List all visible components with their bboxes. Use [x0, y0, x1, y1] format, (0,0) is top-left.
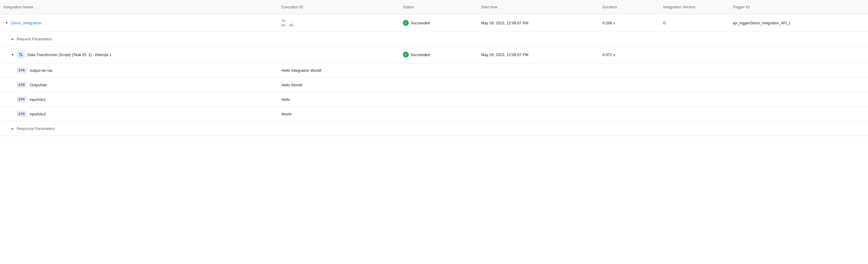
task-version-cell [660, 46, 729, 63]
str-badge-2: STR [17, 96, 27, 102]
request-params-expand-icon[interactable] [9, 36, 16, 42]
svg-rect-0 [19, 53, 21, 54]
task-name-cell: Data Transformer (Script) (Task ID: 1) -… [0, 46, 278, 63]
svg-rect-3 [21, 55, 23, 56]
data-transformer-icon [17, 51, 25, 59]
response-params-expand-icon[interactable] [9, 126, 16, 131]
main-row-expand-icon[interactable] [4, 20, 9, 26]
col-header-integration-name: Integration Name [0, 0, 278, 14]
svg-rect-2 [19, 55, 21, 56]
integration-name-cell: Demo_Integration [0, 14, 278, 32]
var-value-text-3: World [281, 112, 291, 116]
request-params-cell: Request Parameters [0, 32, 868, 46]
response-params-cell: Response Parameters [0, 121, 868, 136]
task-trigger-cell [729, 46, 868, 63]
request-params-label: Request Parameters [17, 37, 52, 41]
table-header-row: Integration Name Execution ID Status Sta… [0, 0, 868, 14]
main-integration-row: Demo_Integration 7ecd n6- ✓ Succeeded Ma… [0, 14, 868, 32]
response-params-label: Response Parameters [17, 126, 55, 131]
integration-name-link[interactable]: Demo_Integration [11, 21, 41, 25]
task-duration-cell: 0.072 s [599, 46, 660, 63]
status-cell: ✓ Succeeded [399, 14, 477, 32]
trigger-id-cell: api_trigger/Demo_Integration_API_1 [729, 14, 868, 32]
var-name-text-3: inputVar2 [30, 112, 46, 116]
col-header-duration: Duration [599, 0, 660, 14]
var-value-text-1: Hello World! [281, 83, 303, 87]
task-start-time-text: May 29, 2023, 12:09:07 PM [481, 53, 528, 57]
var-name-cell-2: STR inputVar1 [0, 92, 278, 107]
variable-row-0: STR output-str-var Hello Integration Wor… [0, 63, 868, 78]
var-value-text-2: Hello [281, 97, 290, 102]
str-badge-3: STR [17, 111, 27, 117]
duration-text: 0.288 s [602, 21, 615, 25]
col-header-integration-version: Integration Version [660, 0, 729, 14]
response-params-row: Response Parameters [0, 121, 868, 136]
task-name-text: Data Transformer (Script) (Task ID: 1) -… [27, 53, 111, 57]
trigger-id-text: api_trigger/Demo_Integration_API_1 [733, 21, 790, 25]
task-status-text: Succeeded [410, 53, 430, 57]
col-header-execution-id: Execution ID [278, 0, 399, 14]
success-checkmark-icon: ✓ [403, 20, 409, 26]
execution-id-cell: 7ecd n6- [278, 14, 399, 32]
var-name-text-1: OutputVar [30, 83, 47, 87]
variable-row-1: STR OutputVar Hello World! [0, 78, 868, 92]
var-name-cell-1: STR OutputVar [0, 78, 278, 92]
task-row-expand-icon[interactable] [9, 52, 16, 58]
var-name-cell-3: STR inputVar2 [0, 107, 278, 121]
execution-id-text: 7ecd n6- [281, 19, 294, 27]
str-badge-1: STR [17, 82, 27, 88]
variable-row-3: STR inputVar2 World [0, 107, 868, 121]
variable-row-2: STR inputVar1 Hello [0, 92, 868, 107]
task-execution-id-cell [278, 46, 399, 63]
duration-cell: 0.288 s [599, 14, 660, 32]
start-time-text: May 29, 2023, 12:09:07 PM [481, 21, 528, 25]
svg-rect-1 [21, 53, 23, 54]
integration-version-cell: 0 [660, 14, 729, 32]
integration-version-text: 0 [663, 21, 665, 25]
executions-table-container: Integration Name Execution ID Status Sta… [0, 0, 868, 136]
start-time-cell: May 29, 2023, 12:09:07 PM [477, 14, 599, 32]
col-header-trigger-id: Trigger ID [729, 0, 868, 14]
task-success-checkmark-icon: ✓ [403, 52, 409, 58]
var-value-cell-2: Hello [278, 92, 868, 107]
task-row: Data Transformer (Script) (Task ID: 1) -… [0, 46, 868, 63]
str-badge-0: STR [17, 67, 27, 73]
task-status-wrapper: ✓ Succeeded [403, 52, 430, 58]
var-name-text-0: output-str-var [30, 68, 53, 73]
task-start-time-cell: May 29, 2023, 12:09:07 PM [477, 46, 599, 63]
var-value-cell-1: Hello World! [278, 78, 868, 92]
status-succeeded-wrapper: ✓ Succeeded [403, 20, 430, 26]
var-value-text-0: Hello Integration World! [281, 68, 322, 73]
request-params-row: Request Parameters [0, 32, 868, 46]
task-status-cell: ✓ Succeeded [399, 46, 477, 63]
var-value-cell-0: Hello Integration World! [278, 63, 868, 78]
task-duration-text: 0.072 s [602, 53, 615, 57]
executions-table: Integration Name Execution ID Status Sta… [0, 0, 868, 136]
col-header-status: Status [399, 0, 477, 14]
var-value-cell-3: World [278, 107, 868, 121]
var-name-cell-0: STR output-str-var [0, 63, 278, 78]
var-name-text-2: inputVar1 [30, 97, 46, 102]
col-header-start-time: Start time [477, 0, 599, 14]
status-text: Succeeded [410, 21, 430, 25]
